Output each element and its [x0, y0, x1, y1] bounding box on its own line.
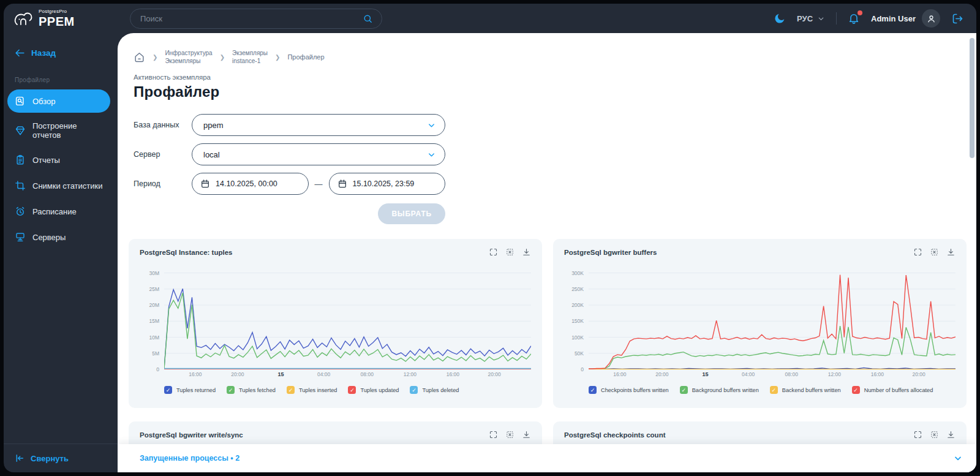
- logout-icon[interactable]: [951, 12, 964, 25]
- legend-item[interactable]: ✓Tuples inserted: [287, 386, 337, 394]
- breadcrumb-item-profiler[interactable]: Профайлер: [287, 53, 324, 61]
- legend-checkbox[interactable]: ✓: [589, 386, 597, 394]
- scrollbar-thumb[interactable]: [970, 38, 974, 158]
- brand-big-label: PPEM: [39, 15, 75, 28]
- brand-logo[interactable]: PostgresPro PPEM: [13, 9, 118, 28]
- running-processes-label: Запущенные процессы • 2: [140, 454, 239, 463]
- chart-legend: ✓Checkpoints buffers written✓Background …: [589, 386, 956, 394]
- sidebar-item-overview[interactable]: Обзор: [7, 89, 110, 113]
- fullscreen-icon[interactable]: [913, 430, 922, 439]
- sidebar-item-label: Построение отчетов: [32, 121, 103, 140]
- server-label: Сервер: [134, 150, 192, 159]
- reports-icon: [15, 154, 26, 165]
- notifications-button[interactable]: [848, 12, 860, 25]
- breadcrumb-separator: ❯: [220, 54, 225, 61]
- avatar[interactable]: [922, 9, 940, 28]
- legend-checkbox[interactable]: ✓: [852, 386, 860, 394]
- server-select[interactable]: local: [192, 143, 445, 165]
- breadcrumb-separator: ❯: [153, 54, 157, 61]
- legend-label: Tuples inserted: [299, 387, 337, 393]
- report-builder-icon: [15, 125, 26, 136]
- breadcrumb-item-infrastructure[interactable]: Инфраструктура Экземпляры: [165, 49, 212, 65]
- brand-small-label: PostgresPro: [39, 9, 75, 14]
- page-title: Профайлер: [134, 83, 967, 100]
- running-processes-bar[interactable]: Запущенные процессы • 2: [118, 444, 976, 472]
- chart-title: PostgreSql bgwriter buffers: [564, 249, 657, 256]
- x-axis-labels: 16:0020:001504:0008:0012:0016:0020:00: [589, 371, 956, 380]
- breadcrumb-separator: ❯: [275, 54, 280, 61]
- reset-zoom-icon[interactable]: [930, 430, 939, 439]
- back-button[interactable]: Назад: [15, 48, 118, 58]
- chart-title: PostgreSql bgwriter write/sync: [140, 431, 243, 439]
- breadcrumb: ❯ Инфраструктура Экземпляры ❯ Экземпляры…: [134, 49, 967, 65]
- breadcrumb-item-instance[interactable]: Экземпляры instance-1: [232, 49, 268, 65]
- legend-checkbox[interactable]: ✓: [410, 386, 418, 394]
- sidebar-item-schedule[interactable]: Расписание: [7, 200, 110, 223]
- collapse-sidebar-button[interactable]: Свернуть: [4, 444, 118, 472]
- arrow-left-icon: [15, 48, 25, 58]
- select-button[interactable]: ВЫБРАТЬ: [378, 203, 445, 224]
- legend-checkbox[interactable]: ✓: [348, 386, 356, 394]
- sidebar-item-label: Расписание: [32, 207, 77, 216]
- legend-checkbox[interactable]: ✓: [164, 386, 172, 394]
- chevron-down-icon: [427, 150, 436, 159]
- period-from-input[interactable]: 14.10.2025, 00:00: [192, 173, 309, 195]
- home-icon[interactable]: [134, 51, 145, 63]
- download-icon[interactable]: [946, 247, 956, 257]
- legend-item[interactable]: ✓Background buffers written: [680, 386, 759, 394]
- chart-title: PostgreSql checkpoints count: [564, 431, 666, 439]
- app-window: PostgresPro PPEM РУС: [4, 4, 976, 472]
- sidebar-item-snapshots[interactable]: Снимки статистики: [7, 174, 110, 197]
- sidebar-item-label: Обзор: [32, 97, 56, 106]
- calendar-icon: [200, 179, 210, 189]
- legend-item[interactable]: ✓Number of buffers allocated: [852, 386, 933, 394]
- search-icon[interactable]: [363, 13, 373, 24]
- y-axis-labels: 050K100K150K200K250K300K: [564, 266, 589, 369]
- language-selector[interactable]: РУС: [797, 14, 825, 23]
- dark-mode-moon-icon[interactable]: [774, 12, 786, 25]
- user-menu[interactable]: Admin User: [871, 9, 940, 28]
- sidebar-item-report-builder[interactable]: Построение отчетов: [7, 115, 110, 146]
- period-to-input[interactable]: 15.10.2025, 23:59: [329, 173, 446, 195]
- legend-item[interactable]: ✓Backend buffers written: [770, 386, 841, 394]
- legend-item[interactable]: ✓Tuples deleted: [410, 386, 459, 394]
- fullscreen-icon[interactable]: [489, 430, 498, 439]
- legend-label: Tuples updated: [360, 387, 399, 393]
- fullscreen-icon[interactable]: [913, 247, 922, 257]
- legend-checkbox[interactable]: ✓: [227, 386, 235, 394]
- legend-item[interactable]: ✓Tuples fetched: [227, 386, 276, 394]
- period-label: Период: [134, 179, 192, 188]
- sidebar-item-label: Отчеты: [32, 156, 60, 165]
- schedule-icon: [15, 206, 26, 217]
- legend-item[interactable]: ✓Tuples updated: [348, 386, 399, 394]
- legend-checkbox[interactable]: ✓: [680, 386, 688, 394]
- download-icon[interactable]: [522, 430, 531, 439]
- database-select[interactable]: ppem: [192, 114, 445, 136]
- chart-plot[interactable]: [589, 266, 956, 369]
- sidebar-item-reports[interactable]: Отчеты: [7, 148, 110, 172]
- database-label: База данных: [134, 121, 192, 129]
- chart-legend: ✓Tuples returned✓Tuples fetched✓Tuples i…: [164, 386, 531, 394]
- sidebar-item-servers[interactable]: Серверы: [7, 225, 110, 249]
- legend-label: Checkpoints buffers written: [601, 387, 669, 393]
- reset-zoom-icon[interactable]: [930, 247, 939, 257]
- sidebar: Назад Профайлер Обзор Построение отчетов: [4, 33, 118, 472]
- chevron-down-icon: [427, 121, 436, 130]
- legend-label: Number of buffers allocated: [864, 387, 933, 393]
- charts-grid: PostgreSql Instance: tuples 05M10M15M20M…: [129, 239, 967, 444]
- reset-zoom-icon[interactable]: [505, 430, 514, 439]
- chevron-down-icon[interactable]: [953, 453, 963, 463]
- legend-checkbox[interactable]: ✓: [770, 386, 778, 394]
- search-bar[interactable]: [130, 9, 382, 29]
- reset-zoom-icon[interactable]: [505, 247, 514, 257]
- legend-item[interactable]: ✓Checkpoints buffers written: [589, 386, 669, 394]
- legend-item[interactable]: ✓Tuples returned: [164, 386, 216, 394]
- page-subtitle: Активность экземпляра: [134, 74, 967, 81]
- search-input[interactable]: [140, 14, 363, 23]
- download-icon[interactable]: [946, 430, 956, 439]
- download-icon[interactable]: [522, 247, 531, 257]
- chart-card-checkpoints-count: PostgreSql checkpoints count: [553, 421, 967, 444]
- legend-checkbox[interactable]: ✓: [287, 386, 295, 394]
- fullscreen-icon[interactable]: [489, 247, 498, 257]
- chart-plot[interactable]: [164, 266, 531, 369]
